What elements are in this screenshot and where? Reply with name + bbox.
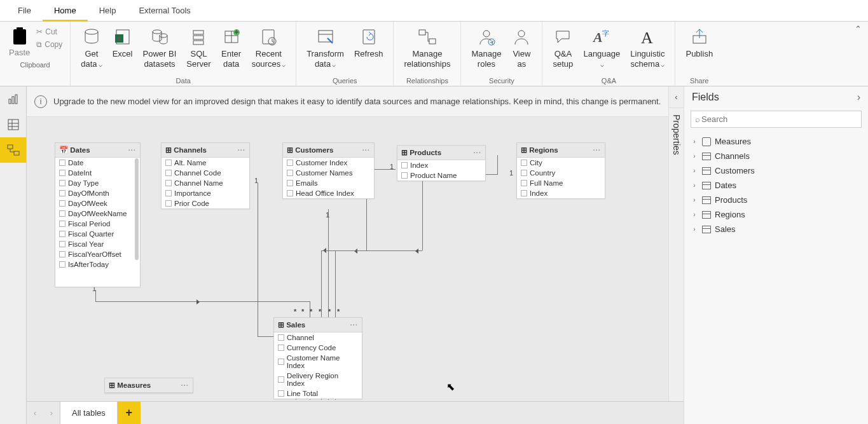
table-column-row[interactable]: DayOfWeekName [55, 209, 140, 219]
more-icon[interactable]: ··· [473, 149, 481, 156]
column-icon [287, 180, 293, 186]
table-card-channels[interactable]: ⊞ Channels··· Alt. NameChannel CodeChann… [161, 142, 250, 209]
table-column-row[interactable]: Currency Code [274, 343, 362, 353]
table-column-row[interactable]: Date [55, 158, 140, 168]
tab-help[interactable]: Help [88, 0, 128, 22]
excel-button[interactable]: X Excel [107, 24, 138, 62]
table-column-row[interactable]: DayOfMonth [55, 188, 140, 198]
table-column-row[interactable]: Channel Name [162, 178, 249, 188]
fields-search-input[interactable] [700, 114, 857, 125]
table-column-row[interactable]: Alt. Name [162, 158, 249, 168]
table-column-row[interactable]: FiscalYearOffset [55, 249, 140, 259]
field-item-dates[interactable]: › Dates [688, 178, 864, 193]
svg-text:字: 字 [602, 29, 609, 37]
more-icon[interactable]: ··· [237, 146, 245, 154]
table-column-row[interactable]: Customer Index [283, 158, 374, 168]
table-card-dates[interactable]: 📅 Dates··· DateDateIntDay TypeDayOfMonth… [55, 142, 141, 287]
table-card-customers[interactable]: ⊞ Customers··· Customer IndexCustomer Na… [282, 142, 375, 199]
table-column-row[interactable]: IsAfterToday [55, 259, 140, 270]
tab-home[interactable]: Home [43, 0, 88, 22]
table-card-sales[interactable]: ⊞ Sales··· ChannelCurrency CodeCustomer … [273, 317, 362, 399]
svg-rect-22 [429, 39, 436, 44]
more-icon[interactable]: ··· [350, 321, 358, 329]
table-column-row[interactable]: Customer Names [283, 168, 374, 178]
table-column-row[interactable]: DayOfWeek [55, 198, 140, 209]
ribbon-collapse-button[interactable]: ⌃ [848, 22, 868, 86]
table-column-row[interactable]: Index [517, 188, 605, 198]
table-column-row[interactable]: Head Office Index [283, 188, 374, 198]
enterdata-icon: + [221, 27, 242, 47]
pbi-datasets-button[interactable]: Power BI datasets [138, 24, 182, 71]
field-item-regions[interactable]: › Regions [688, 207, 864, 222]
table-column-row[interactable]: Importance [162, 188, 249, 198]
fields-search-box[interactable]: ⌕ [691, 111, 862, 128]
publish-button[interactable]: Publish [680, 24, 718, 62]
add-tab-button[interactable]: + [118, 402, 141, 424]
svg-point-2 [85, 29, 98, 34]
table-column-row[interactable]: Fiscal Period [55, 219, 140, 229]
enter-data-button[interactable]: + Enter data [216, 24, 247, 71]
table-column-row[interactable]: Prior Code [162, 198, 249, 209]
qna-setup-button[interactable]: Q&A setup [548, 24, 578, 71]
paste-button: Paste [5, 24, 34, 60]
linguistic-schema-button[interactable]: A Linguistic schema [625, 24, 670, 71]
collapse-fields-button[interactable]: › [857, 92, 860, 103]
manage-roles-button[interactable]: Manage roles [466, 24, 506, 71]
field-item-sales[interactable]: › Sales [688, 222, 864, 236]
table-column-row[interactable]: Line Total [274, 388, 362, 399]
svg-point-7 [160, 34, 167, 38]
cut-button: ✂ Cut [36, 25, 62, 38]
manage-relationships-button[interactable]: Manage relationships [399, 24, 455, 71]
table-column-row[interactable]: Fiscal Quarter [55, 229, 140, 239]
recent-sources-button[interactable]: Recent sources [247, 24, 291, 71]
table-column-row[interactable]: Fiscal Year [55, 239, 140, 249]
table-column-row[interactable]: Product Name [397, 170, 485, 181]
table-column-row[interactable]: Country [517, 168, 605, 178]
expand-properties-button[interactable]: ‹ [669, 86, 684, 108]
tab-external-tools[interactable]: External Tools [127, 0, 202, 22]
table-card-products[interactable]: ⊞ Products··· IndexProduct Name [397, 145, 486, 181]
get-data-button[interactable]: Get data [76, 24, 107, 71]
chevron-right-icon: › [691, 167, 698, 174]
table-card-regions[interactable]: ⊞ Regions··· CityCountryFull NameIndex [516, 142, 605, 199]
table-column-row[interactable]: Channel Code [162, 168, 249, 178]
table-column-row[interactable]: Customer Name Index [274, 353, 362, 371]
report-view-tab[interactable] [0, 86, 26, 112]
more-icon[interactable]: ··· [181, 381, 189, 389]
more-icon[interactable]: ··· [593, 146, 601, 154]
tab-all-tables[interactable]: All tables [60, 402, 118, 424]
table-icon [702, 211, 711, 219]
table-column-row[interactable]: Delivery Region Index [274, 371, 362, 388]
svg-text:A: A [641, 29, 653, 46]
table-column-row[interactable]: Emails [283, 178, 374, 188]
field-item-measures[interactable]: › Measures [688, 134, 864, 149]
table-card-measures[interactable]: ⊞ Measures··· [104, 378, 193, 393]
powerbi-icon [149, 27, 170, 47]
table-column-row[interactable]: Day Type [55, 178, 140, 188]
tab-next-button[interactable]: › [43, 402, 60, 424]
chevron-right-icon: › [691, 211, 698, 218]
view-as-button[interactable]: View as [506, 24, 537, 71]
language-button[interactable]: A字 Language [578, 24, 625, 71]
field-item-channels[interactable]: › Channels [688, 149, 864, 163]
field-item-products[interactable]: › Products [688, 193, 864, 207]
more-icon[interactable]: ··· [362, 146, 370, 154]
tab-file[interactable]: File [6, 0, 43, 22]
field-item-customers[interactable]: › Customers [688, 163, 864, 178]
table-column-row[interactable]: Channel [274, 332, 362, 343]
table-column-row[interactable]: Full Name [517, 178, 605, 188]
more-icon[interactable]: ··· [128, 146, 136, 154]
table-column-row[interactable]: Index [397, 160, 485, 170]
language-label: Language [583, 49, 620, 69]
svg-point-24 [488, 39, 495, 45]
sql-server-button[interactable]: SQL Server [181, 24, 216, 71]
table-column-row[interactable]: City [517, 158, 605, 168]
tab-prev-button[interactable]: ‹ [27, 402, 43, 424]
model-view-tab[interactable] [0, 137, 26, 163]
transform-data-button[interactable]: Transform data [301, 24, 349, 71]
data-view-tab[interactable] [0, 112, 26, 137]
refresh-button[interactable]: Refresh [349, 24, 389, 62]
ribbon-group-data: Get data X Excel Power BI datasets SQL S… [71, 22, 296, 86]
column-icon [521, 190, 527, 196]
table-column-row[interactable]: DateInt [55, 168, 140, 178]
